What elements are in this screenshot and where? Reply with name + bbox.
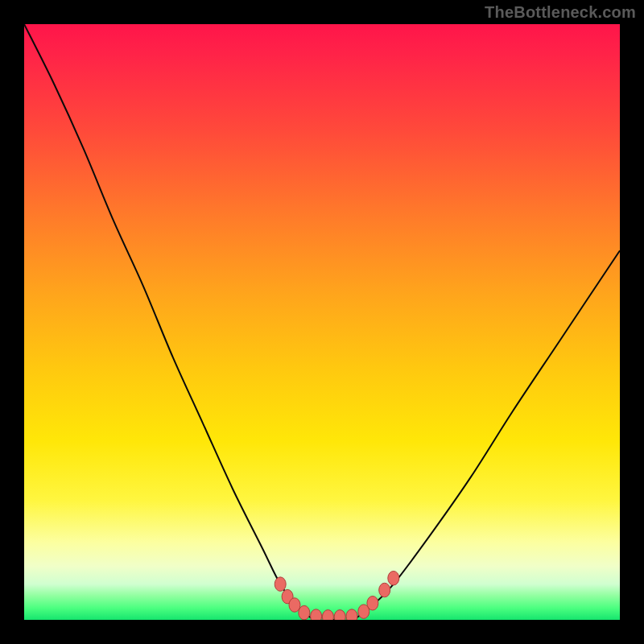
flat-marker-3 [322, 610, 333, 620]
flat-marker-4 [334, 610, 345, 620]
flat-marker-2 [311, 609, 322, 620]
plot-area [24, 24, 620, 620]
right-mid-marker-2 [367, 597, 378, 611]
curve-layer [24, 24, 620, 620]
right-top-marker [388, 571, 399, 585]
flat-marker-5 [346, 609, 357, 620]
watermark-text: TheBottleneck.com [485, 3, 636, 22]
left-upper-marker [275, 577, 286, 592]
bottleneck-curve [24, 24, 620, 620]
flat-marker-1 [299, 605, 310, 620]
right-upper-marker [379, 583, 390, 597]
marker-group [275, 571, 399, 620]
chart-frame: TheBottleneck.com [0, 0, 644, 644]
